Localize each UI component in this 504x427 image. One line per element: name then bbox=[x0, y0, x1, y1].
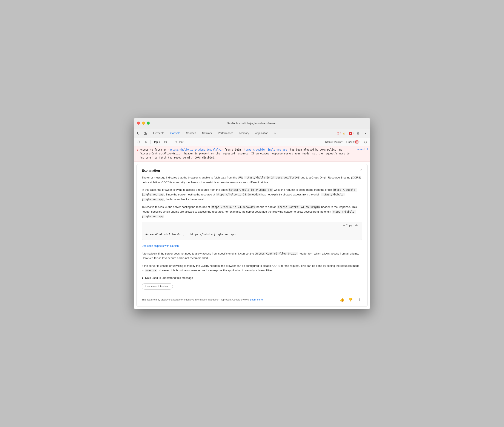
explanation-para5: If the server is unable or unwilling to … bbox=[142, 264, 362, 273]
explanation-para1: The error message indicates that the bro… bbox=[142, 175, 362, 184]
svg-point-10 bbox=[165, 142, 166, 142]
tab-console[interactable]: Console bbox=[167, 129, 183, 138]
para3-code1: https://hello-io-24.deno.dev bbox=[211, 205, 256, 209]
error-circle-icon: ⊗ bbox=[337, 131, 339, 135]
cors-error-message: Access to fetch at 'https://hello-io-24.… bbox=[140, 148, 355, 160]
console-issue-icon: ✕ bbox=[355, 140, 358, 144]
para1-code1: https://hello-io-24.deno.dev/?lvl=1 bbox=[244, 176, 300, 179]
tab-network[interactable]: Network bbox=[199, 129, 215, 138]
window-title: DevTools - bubble-jingle.web.app/search bbox=[227, 122, 277, 125]
explanation-para2: In this case, the browser is trying to a… bbox=[142, 188, 362, 201]
block-icon[interactable]: ⊘ bbox=[143, 139, 148, 145]
info-circle-icon: ℹ bbox=[358, 297, 360, 303]
para4-code1: Access-Control-Allow-Origin bbox=[255, 252, 298, 255]
para5-code1: no-cors bbox=[145, 269, 157, 272]
tab-more[interactable]: » bbox=[271, 129, 279, 138]
warning-triangle-icon: ⚠ bbox=[343, 132, 346, 135]
maximize-window-button[interactable] bbox=[147, 122, 150, 125]
explanation-title: Explanation bbox=[142, 169, 362, 172]
tab-performance[interactable]: Performance bbox=[215, 129, 236, 138]
code-snippet: Access-Control-Allow-Origin: https://bub… bbox=[142, 229, 362, 240]
code-block: ⧉ Copy code Access-Control-Allow-Origin:… bbox=[142, 222, 362, 240]
explanation-para4: Alternatively, if the server does not ne… bbox=[142, 251, 362, 260]
copy-code-label: Copy code bbox=[346, 224, 358, 227]
cursor-icon[interactable] bbox=[135, 130, 142, 136]
use-search-instead-button[interactable]: Use search instead bbox=[142, 283, 173, 290]
console-toolbar: ⊘ top ▾ ⊟ Filter Default levels ▾ 1 Issu… bbox=[134, 138, 370, 146]
filter-button[interactable]: ⊟ Filter bbox=[173, 140, 185, 144]
error-url2-link[interactable]: https://bubble-jingle.web.app bbox=[244, 148, 287, 151]
console-issue-label: 1 Issue: bbox=[346, 140, 354, 144]
more-options-icon[interactable]: ⋮ bbox=[362, 130, 369, 136]
console-toolbar-right: Default levels ▾ 1 Issue: ✕ 1 ⚙ bbox=[324, 139, 369, 145]
svg-rect-6 bbox=[146, 133, 147, 134]
tab-bar-right: ⊗ 2 ⚠ 1 ✕ 1 ⚙ ⋮ bbox=[337, 130, 369, 136]
tab-sources[interactable]: Sources bbox=[183, 129, 199, 138]
thumbs-up-icon: 👍 bbox=[340, 297, 344, 303]
disclaimer-message: This feature may display inaccurate or o… bbox=[142, 298, 249, 301]
tab-memory[interactable]: Memory bbox=[236, 129, 252, 138]
console-settings-icon[interactable]: ⚙ bbox=[362, 139, 369, 145]
feedback-buttons: 👍 👎 ℹ bbox=[339, 297, 362, 303]
default-levels-chevron: ▾ bbox=[341, 140, 343, 144]
settings-icon[interactable]: ⚙ bbox=[355, 130, 361, 136]
filter-label: Filter bbox=[178, 140, 184, 144]
context-chevron: ▾ bbox=[159, 140, 160, 144]
error-source-link[interactable]: search:1 bbox=[357, 148, 368, 151]
context-selector[interactable]: top ▾ bbox=[153, 140, 161, 144]
tab-icon-group bbox=[135, 130, 148, 136]
devtools-window: DevTools - bubble-jingle.web.app/search … bbox=[134, 118, 370, 309]
console-issue-badge[interactable]: 1 Issue: ✕ 1 bbox=[346, 140, 361, 144]
use-search-container: Use search instead bbox=[142, 282, 362, 293]
error-badge[interactable]: ⊗ 2 bbox=[337, 131, 341, 135]
disclaimer-footer: This feature may display inaccurate or o… bbox=[142, 294, 362, 303]
tab-elements[interactable]: Elements bbox=[150, 129, 167, 138]
close-window-button[interactable] bbox=[137, 122, 140, 125]
issue-square-icon: ✕ bbox=[349, 132, 352, 135]
minimize-window-button[interactable] bbox=[142, 122, 145, 125]
default-levels-dropdown[interactable]: Default levels ▾ bbox=[324, 140, 344, 144]
disclosure-arrow-icon: ▶ bbox=[142, 276, 144, 279]
copy-icon: ⧉ bbox=[343, 224, 345, 227]
warning-count: 1 bbox=[346, 132, 347, 135]
disclaimer-text: This feature may display inaccurate or o… bbox=[142, 298, 339, 302]
issue-badge[interactable]: ✕ 1 bbox=[349, 132, 354, 135]
info-button[interactable]: ℹ bbox=[356, 297, 362, 303]
cors-error-row: ⊗ Access to fetch at 'https://hello-io-2… bbox=[134, 146, 370, 161]
svg-rect-3 bbox=[138, 134, 139, 134]
copy-code-button[interactable]: ⧉ Copy code bbox=[341, 223, 360, 228]
disclosure-toggle-button[interactable]: ▶ Data used to understand this message bbox=[142, 276, 193, 279]
eye-icon[interactable] bbox=[163, 139, 169, 145]
clear-console-icon[interactable] bbox=[135, 139, 141, 145]
para2-code1: https://hello-io-24.deno.dev bbox=[228, 188, 273, 191]
context-label: top bbox=[154, 140, 158, 144]
svg-rect-5 bbox=[144, 132, 146, 134]
use-search-label: Use search instead bbox=[145, 285, 169, 288]
warning-badge[interactable]: ⚠ 1 bbox=[343, 132, 347, 135]
thumbs-down-icon: 👎 bbox=[348, 297, 353, 303]
device-icon[interactable] bbox=[142, 130, 148, 136]
data-disclosure: ▶ Data used to understand this message bbox=[142, 276, 362, 279]
close-explanation-button[interactable]: × bbox=[359, 167, 364, 173]
console-issue-count: 1 bbox=[359, 140, 361, 144]
learn-more-link[interactable]: Learn more bbox=[250, 298, 263, 301]
filter-icon: ⊟ bbox=[175, 140, 177, 144]
para3-code3: https://bubble-jingle.web.app bbox=[142, 210, 356, 218]
tab-application[interactable]: Application bbox=[252, 129, 271, 138]
explanation-panel: Explanation × The error message indicate… bbox=[136, 164, 368, 307]
use-code-snippets-caution-link[interactable]: Use code snippets with caution bbox=[142, 244, 179, 248]
svg-rect-1 bbox=[137, 132, 138, 134]
thumbs-down-button[interactable]: 👎 bbox=[347, 297, 354, 303]
svg-rect-0 bbox=[137, 132, 138, 132]
error-url1-link[interactable]: https://hello-io-24.deno.dev/?lvl=1 bbox=[169, 148, 221, 151]
default-levels-label: Default levels bbox=[325, 140, 341, 144]
console-content: ⊗ Access to fetch at 'https://hello-io-2… bbox=[134, 146, 370, 309]
disclosure-label: Data used to understand this message bbox=[145, 276, 193, 279]
toolbar-separator bbox=[150, 140, 151, 144]
thumbs-up-button[interactable]: 👍 bbox=[339, 297, 345, 303]
tab-list: Elements Console Sources Network Perform… bbox=[150, 129, 337, 138]
para3-code2: Access-Control-Allow-Origin bbox=[277, 205, 320, 209]
explanation-body: The error message indicates that the bro… bbox=[142, 175, 362, 303]
code-block-header: ⧉ Copy code bbox=[142, 222, 362, 229]
para2-code3: https://hello-io-24.deno.dev bbox=[216, 193, 260, 196]
